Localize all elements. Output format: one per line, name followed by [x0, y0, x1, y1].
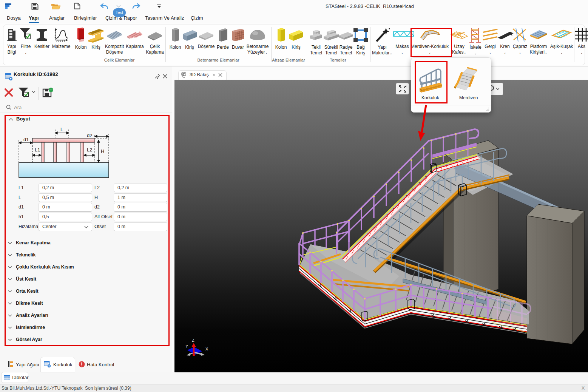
svg-text:d2: d2: [87, 133, 92, 138]
svg-text:Y: Y: [185, 344, 188, 349]
svg-text:d1: d1: [23, 137, 29, 142]
svg-text:Z: Z: [192, 338, 194, 343]
svg-text:L: L: [60, 127, 63, 132]
svg-text:H: H: [101, 148, 104, 154]
svg-text:L2: L2: [87, 147, 92, 153]
svg-text:L1: L1: [35, 147, 40, 153]
svg-text:X: X: [205, 347, 208, 351]
